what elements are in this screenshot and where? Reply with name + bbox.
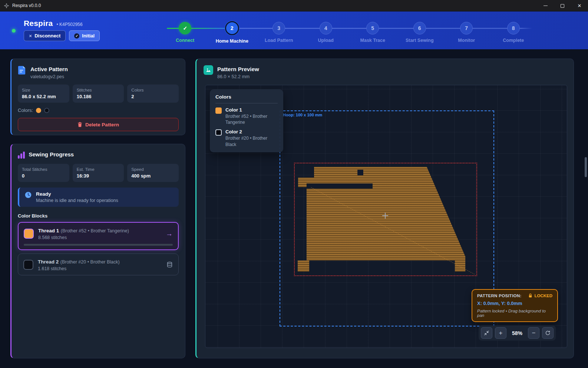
step-upload[interactable]: 4 Upload [303,20,350,47]
pattern-coordinates: X: 0.0mm, Y: 0.0mm [477,301,552,306]
thread-1-swatch [24,229,34,239]
thread-stitch-count: 1.618 stitches [38,266,120,271]
sewing-progress-card: Sewing Progress Total Stitches 0 Est. Ti… [10,144,185,358]
maximize-icon [561,4,564,8]
step-number: 6 [413,22,426,34]
stat-value: 86.0 x 52.2 mm [22,94,65,99]
step-label: Start Sewing [406,38,434,43]
stat-speed: Speed 400 spm [127,164,179,182]
stat-est-time: Est. Time 16:39 [73,164,124,182]
zoom-level-label: 58% [512,330,522,336]
wizard-stepper: ✓ Connect 2 Home Machine 3 Load Pattern … [162,20,537,47]
thread-name: Thread 1 [38,228,59,233]
step-connect[interactable]: ✓ Connect [162,20,209,47]
thread-block-1[interactable]: Thread 1 (Brother #52 • Brother Tangerin… [18,222,179,250]
disconnect-button[interactable]: × Disconnect [24,30,66,41]
color-dot-black [44,108,49,113]
machine-serial: • K4P502956 [56,22,82,27]
stat-label: Speed [131,167,175,172]
close-icon: ✕ [578,3,582,9]
refresh-icon [545,330,551,336]
initial-button[interactable]: ✓ Initial [69,30,100,41]
delete-pattern-label: Delete Pattern [85,122,119,127]
step-label: Mask Trace [360,38,385,43]
connection-status-dot [12,29,16,33]
step-label: Monitor [458,38,475,43]
zoom-out-button[interactable]: − [528,327,539,339]
legend-entry-color-2: Color 2 Brother #20 • Brother Black [215,129,278,147]
app-logo-icon [4,3,9,9]
stat-label: Stitches [77,88,120,92]
step-complete[interactable]: 8 Complete [490,20,537,47]
stat-total-stitches: Total Stitches 0 [18,164,69,182]
zoom-toolbar: + 58% − [479,325,556,341]
zoom-in-button[interactable]: + [495,327,506,339]
stat-value: 0 [22,173,65,179]
legend-color-desc: Brother #52 • Brother Tangerine [225,113,278,125]
legend-color-name: Color 1 [225,107,278,113]
pattern-notch [357,170,363,175]
check-icon: ✓ [179,22,191,34]
arrow-right-icon: → [166,230,173,238]
step-monitor[interactable]: 7 Monitor [443,20,490,47]
step-number: 2 [225,21,239,35]
step-number: 3 [272,22,285,34]
window-title: Respira v0.0.0 [12,3,41,8]
legend-swatch-black [215,129,222,136]
stat-stitches: Stitches 10.186 [73,84,124,103]
step-number: 8 [507,22,520,34]
hoop-size-label: Hoop: 100 x 100 mm [283,113,322,117]
color-dot-orange [36,108,41,113]
thread-stitch-count: 8.568 stitches [38,235,129,240]
pattern-position-label: PATTERN POSITION: [477,294,522,298]
fit-to-view-button[interactable] [481,327,492,339]
step-label: Upload [318,38,334,43]
close-button[interactable]: ✕ [571,0,588,11]
locked-label: LOCKED [534,294,552,298]
reset-view-button[interactable] [542,327,554,339]
step-label: Home Machine [216,39,248,44]
pattern-preview-card: Pattern Preview 86.0 × 52.2 mm Hoop: 100… [195,59,574,358]
delete-pattern-button[interactable]: Delete Pattern [18,118,179,131]
app-window: Respira v0.0.0 ✕ Respira • K4P502956 × D… [0,0,588,368]
pattern-position-overlay: PATTERN POSITION: LOCKED X: 0.0mm, Y: 0.… [472,289,558,322]
step-load-pattern[interactable]: 3 Load Pattern [255,20,303,47]
pattern-preview-title: Pattern Preview [217,66,259,72]
status-title: Ready [36,191,118,197]
stat-colors: Colors 2 [127,84,179,103]
image-icon [204,65,213,75]
layers-stack-icon [166,261,173,268]
preview-canvas[interactable]: Hoop: 100 x 100 mm Colors Color 1 Brothe… [205,85,567,348]
pattern-dimensions: 86.0 × 52.2 mm [217,74,259,79]
pan-hint: Pattern locked • Drag background to pan [477,309,552,318]
close-x-icon: × [29,33,32,39]
color-blocks-label: Color Blocks [18,213,179,219]
step-home-machine[interactable]: 2 Home Machine [209,20,256,47]
step-start-sewing[interactable]: 6 Start Sewing [396,20,443,47]
legend-title: Colors [215,94,278,100]
badge-check-icon: ✓ [74,33,79,39]
scrollbar-thumb[interactable] [585,157,587,177]
step-label: Complete [503,38,524,43]
minus-icon: − [532,329,536,337]
stat-value: 16:39 [77,173,120,179]
brand-title: Respira [24,19,53,28]
step-number: 4 [320,22,332,34]
lock-icon [528,294,532,298]
stat-label: Est. Time [77,167,120,172]
stat-size: Size 86.0 x 52.2 mm [18,84,69,103]
legend-divider [215,103,278,103]
step-mask-trace[interactable]: 5 Mask Trace [349,20,396,47]
thread-detail: (Brother #52 • Brother Tangerine) [61,228,129,233]
legend-color-desc: Brother #20 • Brother Black [225,135,278,147]
maximize-button[interactable] [554,0,571,11]
colors-label: Colors: [18,107,33,113]
pattern-gap [307,183,373,189]
colors-legend: Colors Color 1 Brother #52 • Brother Tan… [210,89,283,152]
step-label: Load Pattern [265,38,293,43]
active-pattern-title: Active Pattern [30,66,68,72]
minimize-button[interactable] [537,0,554,11]
thread-block-2[interactable]: Thread 2 (Brother #20 • Brother Black) 1… [18,253,179,275]
active-pattern-card: Active Pattern valetudogv2.pes Size 86.0… [10,59,185,135]
machine-status-banner: Ready Machine is idle and ready for oper… [18,188,179,207]
